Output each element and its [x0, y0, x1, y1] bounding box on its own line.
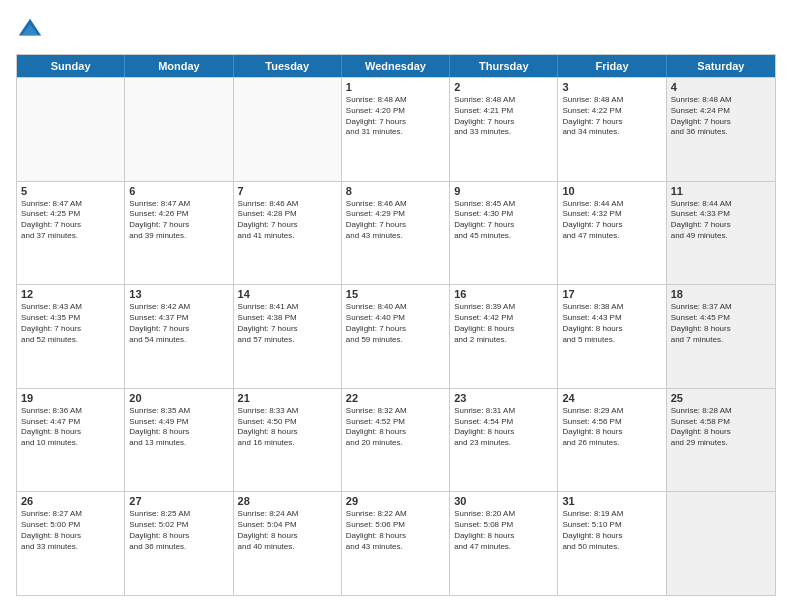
cell-content: Sunrise: 8:46 AM Sunset: 4:28 PM Dayligh…: [238, 199, 337, 242]
cal-cell-7: 7Sunrise: 8:46 AM Sunset: 4:28 PM Daylig…: [234, 182, 342, 285]
cal-cell-10: 10Sunrise: 8:44 AM Sunset: 4:32 PM Dayli…: [558, 182, 666, 285]
cal-cell-empty: [667, 492, 775, 595]
cal-cell-11: 11Sunrise: 8:44 AM Sunset: 4:33 PM Dayli…: [667, 182, 775, 285]
day-number: 1: [346, 81, 445, 93]
day-number: 11: [671, 185, 771, 197]
day-number: 4: [671, 81, 771, 93]
cell-content: Sunrise: 8:20 AM Sunset: 5:08 PM Dayligh…: [454, 509, 553, 552]
cal-cell-31: 31Sunrise: 8:19 AM Sunset: 5:10 PM Dayli…: [558, 492, 666, 595]
day-number: 15: [346, 288, 445, 300]
cell-content: Sunrise: 8:28 AM Sunset: 4:58 PM Dayligh…: [671, 406, 771, 449]
day-number: 31: [562, 495, 661, 507]
cal-row-3: 19Sunrise: 8:36 AM Sunset: 4:47 PM Dayli…: [17, 388, 775, 492]
cal-cell-4: 4Sunrise: 8:48 AM Sunset: 4:24 PM Daylig…: [667, 78, 775, 181]
cal-cell-29: 29Sunrise: 8:22 AM Sunset: 5:06 PM Dayli…: [342, 492, 450, 595]
day-number: 29: [346, 495, 445, 507]
cell-content: Sunrise: 8:22 AM Sunset: 5:06 PM Dayligh…: [346, 509, 445, 552]
day-number: 9: [454, 185, 553, 197]
cal-cell-13: 13Sunrise: 8:42 AM Sunset: 4:37 PM Dayli…: [125, 285, 233, 388]
cal-row-1: 5Sunrise: 8:47 AM Sunset: 4:25 PM Daylig…: [17, 181, 775, 285]
day-number: 19: [21, 392, 120, 404]
cal-cell-30: 30Sunrise: 8:20 AM Sunset: 5:08 PM Dayli…: [450, 492, 558, 595]
header-day-sunday: Sunday: [17, 55, 125, 77]
cell-content: Sunrise: 8:35 AM Sunset: 4:49 PM Dayligh…: [129, 406, 228, 449]
cal-cell-27: 27Sunrise: 8:25 AM Sunset: 5:02 PM Dayli…: [125, 492, 233, 595]
header-day-monday: Monday: [125, 55, 233, 77]
cell-content: Sunrise: 8:24 AM Sunset: 5:04 PM Dayligh…: [238, 509, 337, 552]
day-number: 22: [346, 392, 445, 404]
header-day-saturday: Saturday: [667, 55, 775, 77]
cal-cell-1: 1Sunrise: 8:48 AM Sunset: 4:20 PM Daylig…: [342, 78, 450, 181]
cell-content: Sunrise: 8:33 AM Sunset: 4:50 PM Dayligh…: [238, 406, 337, 449]
cal-cell-21: 21Sunrise: 8:33 AM Sunset: 4:50 PM Dayli…: [234, 389, 342, 492]
day-number: 8: [346, 185, 445, 197]
day-number: 6: [129, 185, 228, 197]
day-number: 17: [562, 288, 661, 300]
cal-cell-28: 28Sunrise: 8:24 AM Sunset: 5:04 PM Dayli…: [234, 492, 342, 595]
day-number: 16: [454, 288, 553, 300]
day-number: 12: [21, 288, 120, 300]
day-number: 13: [129, 288, 228, 300]
cal-cell-5: 5Sunrise: 8:47 AM Sunset: 4:25 PM Daylig…: [17, 182, 125, 285]
cell-content: Sunrise: 8:39 AM Sunset: 4:42 PM Dayligh…: [454, 302, 553, 345]
cell-content: Sunrise: 8:42 AM Sunset: 4:37 PM Dayligh…: [129, 302, 228, 345]
cal-cell-empty: [234, 78, 342, 181]
cal-cell-20: 20Sunrise: 8:35 AM Sunset: 4:49 PM Dayli…: [125, 389, 233, 492]
cal-cell-16: 16Sunrise: 8:39 AM Sunset: 4:42 PM Dayli…: [450, 285, 558, 388]
page: SundayMondayTuesdayWednesdayThursdayFrid…: [0, 0, 792, 612]
day-number: 2: [454, 81, 553, 93]
day-number: 27: [129, 495, 228, 507]
day-number: 20: [129, 392, 228, 404]
cal-cell-empty: [17, 78, 125, 181]
day-number: 10: [562, 185, 661, 197]
day-number: 28: [238, 495, 337, 507]
cell-content: Sunrise: 8:25 AM Sunset: 5:02 PM Dayligh…: [129, 509, 228, 552]
cal-cell-8: 8Sunrise: 8:46 AM Sunset: 4:29 PM Daylig…: [342, 182, 450, 285]
day-number: 23: [454, 392, 553, 404]
cal-cell-15: 15Sunrise: 8:40 AM Sunset: 4:40 PM Dayli…: [342, 285, 450, 388]
cell-content: Sunrise: 8:40 AM Sunset: 4:40 PM Dayligh…: [346, 302, 445, 345]
calendar-body: 1Sunrise: 8:48 AM Sunset: 4:20 PM Daylig…: [17, 77, 775, 595]
header-day-thursday: Thursday: [450, 55, 558, 77]
cal-cell-empty: [125, 78, 233, 181]
cal-cell-3: 3Sunrise: 8:48 AM Sunset: 4:22 PM Daylig…: [558, 78, 666, 181]
cal-cell-2: 2Sunrise: 8:48 AM Sunset: 4:21 PM Daylig…: [450, 78, 558, 181]
day-number: 7: [238, 185, 337, 197]
cell-content: Sunrise: 8:36 AM Sunset: 4:47 PM Dayligh…: [21, 406, 120, 449]
cal-cell-24: 24Sunrise: 8:29 AM Sunset: 4:56 PM Dayli…: [558, 389, 666, 492]
cal-cell-12: 12Sunrise: 8:43 AM Sunset: 4:35 PM Dayli…: [17, 285, 125, 388]
header-day-wednesday: Wednesday: [342, 55, 450, 77]
header-day-friday: Friday: [558, 55, 666, 77]
cal-row-2: 12Sunrise: 8:43 AM Sunset: 4:35 PM Dayli…: [17, 284, 775, 388]
cell-content: Sunrise: 8:48 AM Sunset: 4:21 PM Dayligh…: [454, 95, 553, 138]
cal-row-0: 1Sunrise: 8:48 AM Sunset: 4:20 PM Daylig…: [17, 77, 775, 181]
cal-cell-6: 6Sunrise: 8:47 AM Sunset: 4:26 PM Daylig…: [125, 182, 233, 285]
cell-content: Sunrise: 8:44 AM Sunset: 4:32 PM Dayligh…: [562, 199, 661, 242]
day-number: 25: [671, 392, 771, 404]
cal-cell-25: 25Sunrise: 8:28 AM Sunset: 4:58 PM Dayli…: [667, 389, 775, 492]
day-number: 26: [21, 495, 120, 507]
cell-content: Sunrise: 8:38 AM Sunset: 4:43 PM Dayligh…: [562, 302, 661, 345]
cal-cell-9: 9Sunrise: 8:45 AM Sunset: 4:30 PM Daylig…: [450, 182, 558, 285]
cell-content: Sunrise: 8:48 AM Sunset: 4:22 PM Dayligh…: [562, 95, 661, 138]
cell-content: Sunrise: 8:46 AM Sunset: 4:29 PM Dayligh…: [346, 199, 445, 242]
cell-content: Sunrise: 8:43 AM Sunset: 4:35 PM Dayligh…: [21, 302, 120, 345]
cal-cell-14: 14Sunrise: 8:41 AM Sunset: 4:38 PM Dayli…: [234, 285, 342, 388]
cell-content: Sunrise: 8:44 AM Sunset: 4:33 PM Dayligh…: [671, 199, 771, 242]
day-number: 30: [454, 495, 553, 507]
cal-cell-18: 18Sunrise: 8:37 AM Sunset: 4:45 PM Dayli…: [667, 285, 775, 388]
calendar: SundayMondayTuesdayWednesdayThursdayFrid…: [16, 54, 776, 596]
cal-cell-17: 17Sunrise: 8:38 AM Sunset: 4:43 PM Dayli…: [558, 285, 666, 388]
cal-cell-19: 19Sunrise: 8:36 AM Sunset: 4:47 PM Dayli…: [17, 389, 125, 492]
cell-content: Sunrise: 8:19 AM Sunset: 5:10 PM Dayligh…: [562, 509, 661, 552]
calendar-header: SundayMondayTuesdayWednesdayThursdayFrid…: [17, 55, 775, 77]
day-number: 24: [562, 392, 661, 404]
cell-content: Sunrise: 8:48 AM Sunset: 4:24 PM Dayligh…: [671, 95, 771, 138]
cell-content: Sunrise: 8:47 AM Sunset: 4:25 PM Dayligh…: [21, 199, 120, 242]
day-number: 21: [238, 392, 337, 404]
cell-content: Sunrise: 8:48 AM Sunset: 4:20 PM Dayligh…: [346, 95, 445, 138]
cell-content: Sunrise: 8:29 AM Sunset: 4:56 PM Dayligh…: [562, 406, 661, 449]
day-number: 3: [562, 81, 661, 93]
cell-content: Sunrise: 8:47 AM Sunset: 4:26 PM Dayligh…: [129, 199, 228, 242]
header: [16, 16, 776, 44]
